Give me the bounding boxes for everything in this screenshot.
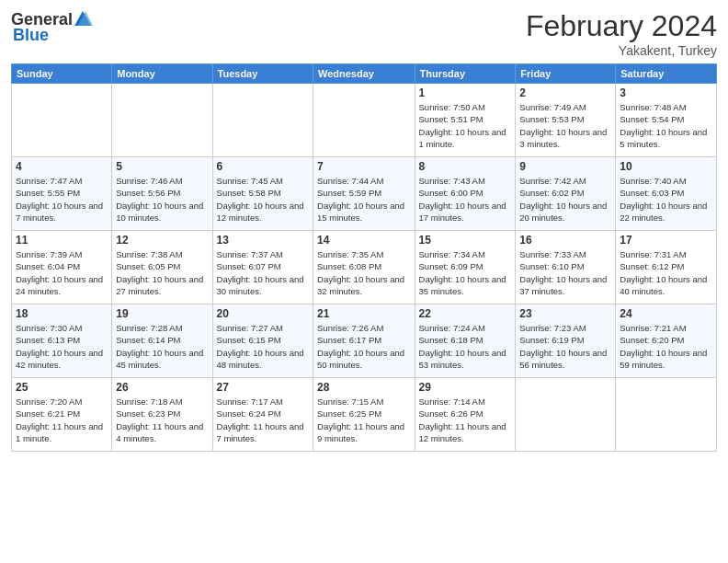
calendar-day-header: Thursday <box>415 64 516 84</box>
day-number: 18 <box>16 307 108 320</box>
day-number: 12 <box>116 234 208 247</box>
calendar-cell: 20Sunrise: 7:27 AM Sunset: 6:15 PM Dayli… <box>212 304 313 378</box>
day-info: Sunrise: 7:18 AM Sunset: 6:23 PM Dayligh… <box>116 396 208 444</box>
day-number: 20 <box>217 307 309 320</box>
day-number: 14 <box>317 234 411 247</box>
day-info: Sunrise: 7:37 AM Sunset: 6:07 PM Dayligh… <box>217 248 309 297</box>
day-number: 26 <box>116 381 208 394</box>
day-info: Sunrise: 7:43 AM Sunset: 6:00 PM Dayligh… <box>419 175 512 224</box>
calendar-cell: 3Sunrise: 7:48 AM Sunset: 5:54 PM Daylig… <box>616 84 717 157</box>
day-number: 24 <box>620 307 712 320</box>
calendar-cell: 21Sunrise: 7:26 AM Sunset: 6:17 PM Dayli… <box>313 304 415 378</box>
calendar-week-row: 11Sunrise: 7:39 AM Sunset: 6:04 PM Dayli… <box>12 231 717 304</box>
calendar-cell: 14Sunrise: 7:35 AM Sunset: 6:08 PM Dayli… <box>313 231 415 304</box>
day-number: 25 <box>16 381 108 394</box>
calendar-week-row: 4Sunrise: 7:47 AM Sunset: 5:55 PM Daylig… <box>12 157 717 231</box>
day-number: 28 <box>317 381 411 394</box>
day-number: 11 <box>16 234 108 247</box>
calendar-cell: 2Sunrise: 7:49 AM Sunset: 5:53 PM Daylig… <box>516 84 616 157</box>
day-number: 19 <box>116 307 208 320</box>
calendar-cell: 7Sunrise: 7:44 AM Sunset: 5:59 PM Daylig… <box>313 157 415 231</box>
calendar-cell: 17Sunrise: 7:31 AM Sunset: 6:12 PM Dayli… <box>616 231 717 304</box>
day-info: Sunrise: 7:39 AM Sunset: 6:04 PM Dayligh… <box>16 248 108 297</box>
calendar-cell: 11Sunrise: 7:39 AM Sunset: 6:04 PM Dayli… <box>12 231 112 304</box>
calendar-cell: 15Sunrise: 7:34 AM Sunset: 6:09 PM Dayli… <box>415 231 516 304</box>
day-number: 9 <box>519 160 611 173</box>
calendar-week-row: 1Sunrise: 7:50 AM Sunset: 5:51 PM Daylig… <box>12 84 717 157</box>
calendar-cell <box>616 378 717 452</box>
logo-blue: Blue <box>13 26 49 45</box>
day-info: Sunrise: 7:34 AM Sunset: 6:09 PM Dayligh… <box>419 248 512 297</box>
day-number: 29 <box>419 381 512 394</box>
calendar-cell <box>313 84 415 157</box>
calendar-cell: 25Sunrise: 7:20 AM Sunset: 6:21 PM Dayli… <box>12 378 112 452</box>
day-number: 15 <box>419 234 512 247</box>
day-info: Sunrise: 7:28 AM Sunset: 6:14 PM Dayligh… <box>116 322 208 371</box>
day-info: Sunrise: 7:46 AM Sunset: 5:56 PM Dayligh… <box>116 175 208 224</box>
day-info: Sunrise: 7:44 AM Sunset: 5:59 PM Dayligh… <box>317 175 411 224</box>
day-number: 27 <box>217 381 309 394</box>
calendar-cell: 12Sunrise: 7:38 AM Sunset: 6:05 PM Dayli… <box>112 231 212 304</box>
day-info: Sunrise: 7:23 AM Sunset: 6:19 PM Dayligh… <box>519 322 611 371</box>
day-info: Sunrise: 7:33 AM Sunset: 6:10 PM Dayligh… <box>519 248 611 297</box>
calendar-header-row: SundayMondayTuesdayWednesdayThursdayFrid… <box>12 64 717 84</box>
month-title: February 2024 <box>526 9 717 43</box>
calendar-cell: 1Sunrise: 7:50 AM Sunset: 5:51 PM Daylig… <box>415 84 516 157</box>
day-info: Sunrise: 7:30 AM Sunset: 6:13 PM Dayligh… <box>16 322 108 371</box>
logo: General Blue <box>11 9 93 45</box>
day-info: Sunrise: 7:20 AM Sunset: 6:21 PM Dayligh… <box>16 396 108 444</box>
calendar-cell: 19Sunrise: 7:28 AM Sunset: 6:14 PM Dayli… <box>112 304 212 378</box>
day-info: Sunrise: 7:45 AM Sunset: 5:58 PM Dayligh… <box>217 175 309 224</box>
calendar-cell <box>112 84 212 157</box>
calendar-cell: 29Sunrise: 7:14 AM Sunset: 6:26 PM Dayli… <box>415 378 516 452</box>
calendar-cell: 23Sunrise: 7:23 AM Sunset: 6:19 PM Dayli… <box>516 304 616 378</box>
calendar-cell <box>12 84 112 157</box>
day-info: Sunrise: 7:21 AM Sunset: 6:20 PM Dayligh… <box>620 322 712 371</box>
day-info: Sunrise: 7:42 AM Sunset: 6:02 PM Dayligh… <box>519 175 611 224</box>
calendar-cell: 24Sunrise: 7:21 AM Sunset: 6:20 PM Dayli… <box>616 304 717 378</box>
calendar-day-header: Sunday <box>12 64 112 84</box>
day-number: 1 <box>419 86 512 99</box>
day-info: Sunrise: 7:17 AM Sunset: 6:24 PM Dayligh… <box>217 396 309 444</box>
day-number: 16 <box>519 234 611 247</box>
calendar-cell: 10Sunrise: 7:40 AM Sunset: 6:03 PM Dayli… <box>616 157 717 231</box>
day-number: 23 <box>519 307 611 320</box>
calendar-day-header: Monday <box>112 64 212 84</box>
title-block: February 2024 Yakakent, Turkey <box>526 9 717 58</box>
calendar-cell: 4Sunrise: 7:47 AM Sunset: 5:55 PM Daylig… <box>12 157 112 231</box>
day-info: Sunrise: 7:38 AM Sunset: 6:05 PM Dayligh… <box>116 248 208 297</box>
calendar-table: SundayMondayTuesdayWednesdayThursdayFrid… <box>11 63 717 452</box>
day-info: Sunrise: 7:26 AM Sunset: 6:17 PM Dayligh… <box>317 322 411 371</box>
calendar-cell <box>212 84 313 157</box>
calendar-day-header: Wednesday <box>313 64 415 84</box>
logo-icon <box>73 9 93 29</box>
calendar-cell: 22Sunrise: 7:24 AM Sunset: 6:18 PM Dayli… <box>415 304 516 378</box>
calendar-cell <box>516 378 616 452</box>
day-info: Sunrise: 7:49 AM Sunset: 5:53 PM Dayligh… <box>519 101 611 150</box>
day-number: 10 <box>620 160 712 173</box>
day-number: 3 <box>620 86 712 99</box>
day-number: 7 <box>317 160 411 173</box>
day-info: Sunrise: 7:35 AM Sunset: 6:08 PM Dayligh… <box>317 248 411 297</box>
day-number: 21 <box>317 307 411 320</box>
day-number: 13 <box>217 234 309 247</box>
location: Yakakent, Turkey <box>526 43 717 58</box>
day-number: 6 <box>217 160 309 173</box>
day-info: Sunrise: 7:24 AM Sunset: 6:18 PM Dayligh… <box>419 322 512 371</box>
day-number: 4 <box>16 160 108 173</box>
day-number: 8 <box>419 160 512 173</box>
day-info: Sunrise: 7:48 AM Sunset: 5:54 PM Dayligh… <box>620 101 712 150</box>
day-info: Sunrise: 7:40 AM Sunset: 6:03 PM Dayligh… <box>620 175 712 224</box>
calendar-week-row: 25Sunrise: 7:20 AM Sunset: 6:21 PM Dayli… <box>12 378 717 452</box>
calendar-day-header: Tuesday <box>212 64 313 84</box>
calendar-cell: 8Sunrise: 7:43 AM Sunset: 6:00 PM Daylig… <box>415 157 516 231</box>
calendar-cell: 5Sunrise: 7:46 AM Sunset: 5:56 PM Daylig… <box>112 157 212 231</box>
calendar-cell: 18Sunrise: 7:30 AM Sunset: 6:13 PM Dayli… <box>12 304 112 378</box>
calendar-day-header: Friday <box>516 64 616 84</box>
day-number: 2 <box>519 86 611 99</box>
day-info: Sunrise: 7:14 AM Sunset: 6:26 PM Dayligh… <box>419 396 512 444</box>
day-number: 22 <box>419 307 512 320</box>
day-info: Sunrise: 7:15 AM Sunset: 6:25 PM Dayligh… <box>317 396 411 444</box>
day-number: 5 <box>116 160 208 173</box>
day-info: Sunrise: 7:31 AM Sunset: 6:12 PM Dayligh… <box>620 248 712 297</box>
